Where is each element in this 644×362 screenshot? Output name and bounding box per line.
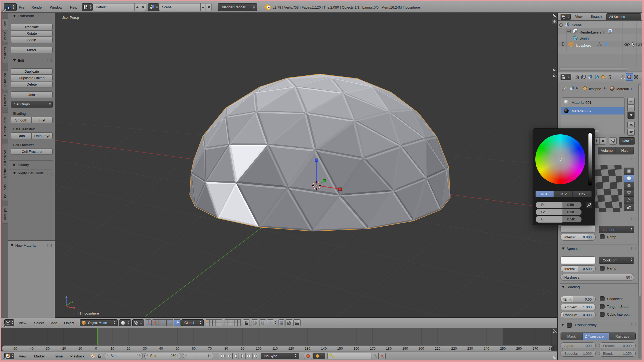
svg-text:10: 10 xyxy=(111,347,114,350)
svg-text:70: 70 xyxy=(208,347,212,350)
svg-text:140: 140 xyxy=(321,347,327,350)
svg-text:80: 80 xyxy=(224,347,228,350)
svg-text:170: 170 xyxy=(370,347,376,350)
svg-text:30: 30 xyxy=(143,347,147,350)
svg-text:40: 40 xyxy=(159,347,163,350)
svg-text:y: y xyxy=(72,300,74,303)
svg-text:180: 180 xyxy=(386,347,392,350)
svg-text:110: 110 xyxy=(272,347,278,350)
svg-text:190: 190 xyxy=(402,347,408,350)
svg-text:280: 280 xyxy=(549,347,554,350)
svg-text:-30: -30 xyxy=(45,347,50,350)
svg-text:50: 50 xyxy=(175,347,179,350)
svg-text:-20: -20 xyxy=(61,347,66,350)
svg-text:230: 230 xyxy=(467,347,473,350)
svg-text:0: 0 xyxy=(95,347,97,350)
svg-text:150: 150 xyxy=(337,347,343,350)
svg-text:100: 100 xyxy=(256,347,262,350)
svg-text:-10: -10 xyxy=(77,347,82,350)
svg-text:x: x xyxy=(73,306,75,309)
svg-text:160: 160 xyxy=(354,347,359,350)
svg-text:-40: -40 xyxy=(29,347,34,350)
svg-text:240: 240 xyxy=(484,347,489,350)
svg-text:120: 120 xyxy=(288,347,294,350)
svg-text:20: 20 xyxy=(127,347,130,350)
svg-text:220: 220 xyxy=(451,347,457,350)
svg-text:-50: -50 xyxy=(12,347,17,350)
svg-text:250: 250 xyxy=(500,347,506,350)
svg-text:90: 90 xyxy=(241,347,244,350)
svg-text:200: 200 xyxy=(419,347,424,350)
svg-text:60: 60 xyxy=(192,347,196,350)
svg-text:z: z xyxy=(65,295,67,298)
svg-text:130: 130 xyxy=(305,347,310,350)
svg-text:270: 270 xyxy=(533,347,538,350)
svg-text:210: 210 xyxy=(435,347,441,350)
svg-text:260: 260 xyxy=(516,347,522,350)
